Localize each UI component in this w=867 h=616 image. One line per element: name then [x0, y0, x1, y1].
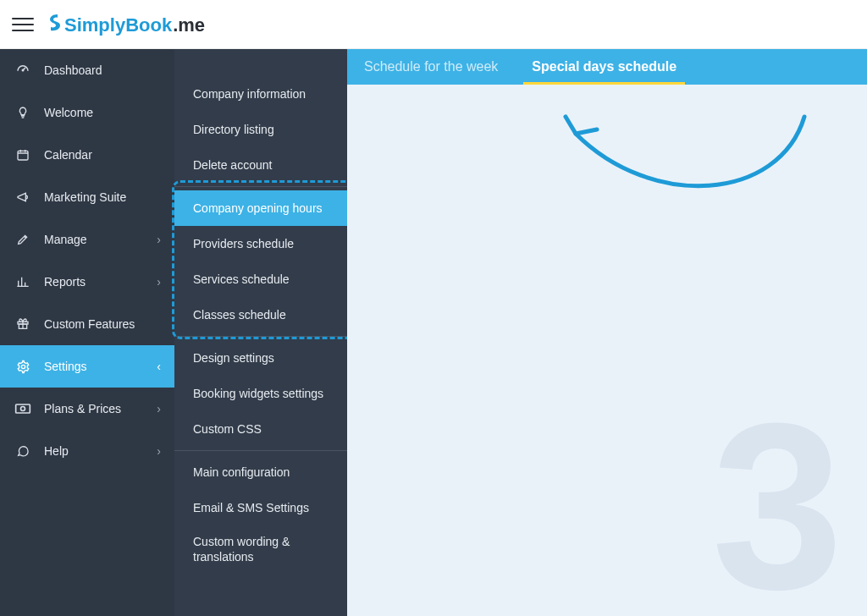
submenu-delete-account[interactable]: Delete account	[174, 147, 347, 183]
brand-logo: SimplyBook .me	[46, 13, 205, 36]
brand-text-1: SimplyBook	[64, 14, 172, 36]
chevron-right-icon: ›	[157, 444, 161, 458]
sidebar-item-label: Plans & Prices	[44, 402, 121, 415]
sidebar-item-plans-prices[interactable]: Plans & Prices ›	[0, 388, 174, 430]
submenu-label: Directory listing	[193, 123, 274, 136]
submenu-label: Providers schedule	[193, 237, 294, 250]
chevron-right-icon: ›	[157, 233, 161, 246]
gauge-icon	[14, 63, 32, 78]
main-content: Schedule for the week Special days sched…	[347, 49, 867, 616]
megaphone-icon	[14, 190, 32, 204]
tab-bar: Schedule for the week Special days sched…	[347, 49, 867, 85]
sidebar-item-label: Marketing Suite	[44, 190, 126, 204]
submenu-custom-css[interactable]: Custom CSS	[174, 411, 347, 447]
submenu-providers-schedule[interactable]: Providers schedule	[174, 226, 347, 261]
gift-icon	[14, 317, 32, 331]
submenu-label: Custom CSS	[193, 422, 262, 436]
submenu-label: Custom wording & translations	[193, 534, 329, 564]
svg-rect-0	[18, 151, 28, 160]
settings-submenu: Company information Directory listing De…	[174, 49, 347, 616]
sidebar-item-marketing[interactable]: Marketing Suite	[0, 176, 174, 218]
submenu-directory-listing[interactable]: Directory listing	[174, 112, 347, 147]
sidebar-item-manage[interactable]: Manage ›	[0, 218, 174, 261]
sidebar-item-reports[interactable]: Reports ›	[0, 261, 174, 303]
annotation-arrow-icon	[550, 100, 821, 218]
sidebar-item-dashboard[interactable]: Dashboard	[0, 49, 174, 91]
tab-label: Schedule for the week	[364, 59, 498, 74]
submenu-label: Delete account	[193, 158, 272, 172]
sidebar-item-label: Reports	[44, 275, 86, 289]
submenu-services-schedule[interactable]: Services schedule	[174, 261, 347, 297]
svg-rect-4	[16, 404, 30, 413]
calendar-icon	[14, 148, 32, 162]
submenu-company-opening-hours[interactable]: Company opening hours	[174, 190, 347, 226]
submenu-divider	[174, 450, 347, 451]
svg-point-5	[21, 407, 25, 411]
submenu-label: Design settings	[193, 351, 274, 365]
sidebar-item-label: Custom Features	[44, 317, 135, 331]
submenu-classes-schedule[interactable]: Classes schedule	[174, 297, 347, 333]
sidebar-item-label: Welcome	[44, 106, 93, 119]
bar-chart-icon	[14, 275, 32, 289]
submenu-label: Booking widgets settings	[193, 387, 323, 400]
submenu-label: Company information	[193, 87, 306, 101]
submenu-divider	[174, 186, 347, 187]
sidebar-item-label: Dashboard	[44, 63, 102, 77]
submenu-label: Classes schedule	[193, 308, 286, 322]
svg-point-3	[21, 365, 25, 368]
submenu-custom-wording-translations[interactable]: Custom wording & translations	[174, 525, 347, 573]
sidebar-item-calendar[interactable]: Calendar	[0, 134, 174, 176]
tab-schedule-week[interactable]: Schedule for the week	[347, 49, 515, 85]
logo-mark-icon	[46, 13, 63, 31]
submenu-design-settings[interactable]: Design settings	[174, 340, 347, 376]
sidebar-item-custom-features[interactable]: Custom Features	[0, 303, 174, 345]
tab-label: Special days schedule	[532, 59, 676, 74]
sidebar-item-label: Manage	[44, 233, 87, 246]
step-number-decor: 3	[711, 388, 843, 616]
gear-icon	[14, 360, 32, 374]
submenu-label: Services schedule	[193, 272, 290, 286]
sidebar-item-label: Calendar	[44, 148, 92, 162]
tab-special-days[interactable]: Special days schedule	[515, 49, 693, 85]
sidebar-item-label: Help	[44, 444, 69, 458]
sidebar-item-help[interactable]: Help ›	[0, 430, 174, 472]
sidebar-item-label: Settings	[44, 360, 87, 373]
submenu-label: Email & SMS Settings	[193, 501, 309, 514]
chevron-right-icon: ›	[157, 402, 161, 415]
chevron-right-icon: ›	[157, 275, 161, 289]
chevron-left-icon: ‹	[157, 360, 161, 373]
sidebar-item-welcome[interactable]: Welcome	[0, 91, 174, 134]
chat-icon	[14, 444, 32, 458]
brand-text-2: .me	[173, 14, 205, 36]
submenu-email-sms-settings[interactable]: Email & SMS Settings	[174, 490, 347, 525]
submenu-label: Main configuration	[193, 465, 290, 479]
hamburger-menu-button[interactable]	[12, 14, 34, 36]
submenu-label: Company opening hours	[193, 201, 323, 215]
submenu-divider	[174, 336, 347, 337]
sidebar-item-settings[interactable]: Settings ‹	[0, 345, 174, 388]
submenu-company-information[interactable]: Company information	[174, 76, 347, 112]
cash-icon	[14, 403, 32, 415]
primary-sidebar: Dashboard Welcome Calendar Marketing Sui…	[0, 49, 174, 616]
submenu-main-configuration[interactable]: Main configuration	[174, 454, 347, 490]
pencil-icon	[14, 233, 32, 246]
lightbulb-icon	[14, 105, 32, 120]
submenu-booking-widgets-settings[interactable]: Booking widgets settings	[174, 376, 347, 411]
